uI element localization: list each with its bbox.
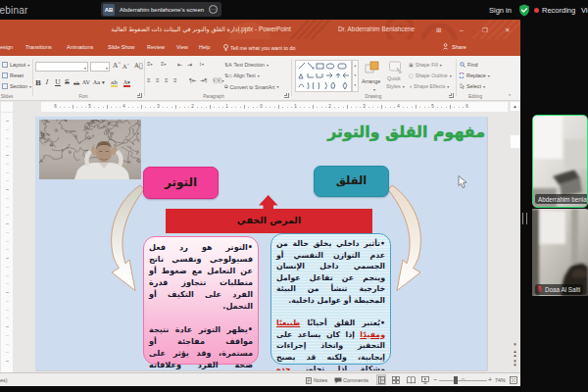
tell-me-box[interactable]: Tell me what you want to do xyxy=(223,44,296,51)
previous-slide-button[interactable]: ▲▲ xyxy=(511,350,519,357)
ruler-dot xyxy=(287,107,288,108)
slideshow-view-icon[interactable] xyxy=(421,376,429,384)
notes-button[interactable]: Notes xyxy=(314,377,327,383)
shape-fill-button[interactable]: ▣Shape Fill▾ xyxy=(409,62,442,68)
quick-styles-button2[interactable]: Styles▾ xyxy=(386,83,405,89)
text-direction-button[interactable]: ⇅AText Direction▾ xyxy=(224,62,269,68)
font-size-combo[interactable]: ▾ xyxy=(90,62,110,72)
screen-share-pill[interactable]: AB Abderrahim benlahcene's screen ⋯ xyxy=(101,2,221,17)
tab-transitions[interactable]: Transitions xyxy=(25,44,52,50)
comments-button[interactable]: Comments xyxy=(343,377,368,383)
anxiety-text-box[interactable]: •تأثير داخلي يخلق حالة من عدم التوازن ال… xyxy=(270,233,391,365)
quick-styles-button[interactable]: Quick xyxy=(387,75,401,81)
columns-icon[interactable]: ⎗⎗▾ xyxy=(213,77,224,84)
dropdown-caret-icon: ▾ xyxy=(151,62,153,67)
screen-share-label: Abderrahim benlahcene's screen xyxy=(120,7,204,13)
layout-button[interactable]: Layout▾ xyxy=(2,62,29,68)
grow-font-button[interactable]: Aˆ xyxy=(113,62,122,70)
ribbon-display-options-icon[interactable]: ⊞ xyxy=(436,26,441,34)
ppt-vertical-scrollbar[interactable]: ▲ ▼ ▲▲ ▼▼ xyxy=(510,101,520,372)
scroll-down-arrow[interactable]: ▼ xyxy=(511,342,519,347)
scroll-up-arrow-icon[interactable]: ▲ xyxy=(511,104,519,109)
strikethrough-button[interactable]: S xyxy=(65,78,70,86)
close-icon[interactable]: ✕ xyxy=(505,26,510,34)
replace-button[interactable]: Replace▾ xyxy=(459,73,490,78)
participant-video-1[interactable]: Abderrahim benlahcene xyxy=(532,115,588,208)
numbering-icon[interactable]: ≡▾ xyxy=(161,61,167,67)
align-text-button[interactable]: ⇅□Align Text▾ xyxy=(224,73,260,78)
scroll-thumb[interactable] xyxy=(511,135,519,148)
view-menu-button[interactable]: View xyxy=(581,6,588,15)
line-spacing-icon[interactable]: ↕▾ xyxy=(199,61,204,67)
character-spacing-icon[interactable]: AV xyxy=(82,79,90,85)
zoom-percent[interactable]: 74% xyxy=(495,377,506,383)
restore-icon[interactable]: ❐ xyxy=(482,26,488,34)
find-button[interactable]: Find xyxy=(460,62,478,68)
security-shield-icon[interactable] xyxy=(518,4,530,17)
zoom-out-button[interactable]: − xyxy=(433,376,437,383)
zoom-in-button[interactable]: + xyxy=(488,376,492,383)
collapse-ribbon-icon[interactable]: ⌃ xyxy=(508,93,512,99)
shape-effects-button[interactable]: ◑Shape Effects▾ xyxy=(409,83,449,89)
dropdown-caret-icon: ▾ xyxy=(276,84,278,89)
fit-to-window-icon[interactable] xyxy=(510,376,517,384)
decrease-indent-icon[interactable]: ⇤ xyxy=(177,61,182,68)
tab-review[interactable]: Review xyxy=(147,44,165,50)
sign-in-button[interactable]: Sign in xyxy=(489,6,512,15)
share-button[interactable]: Share xyxy=(443,43,466,50)
italic-button[interactable]: I xyxy=(45,78,48,86)
participant-video-2[interactable]: Doaa Al Salti xyxy=(532,209,588,296)
select-button[interactable]: Select▾ xyxy=(460,83,485,89)
tab-slide-show[interactable]: Slide Show xyxy=(108,44,135,50)
ppt-title-bar[interactable]: إدارة القلق والتوتر في البيئات ذات الضغو… xyxy=(0,20,520,39)
highlight-color-icon[interactable]: ab xyxy=(111,79,118,87)
next-slide-button[interactable]: ▼▼ xyxy=(511,360,519,367)
horizontal-ruler[interactable]: 6543210123456 xyxy=(0,101,520,113)
tab-design[interactable]: Design xyxy=(0,44,13,50)
red-up-arrow[interactable] xyxy=(259,195,278,210)
slide-canvas[interactable]: مفهوم القلق والتوتر xyxy=(35,117,487,370)
ltr-direction-icon[interactable]: ⇥¶ xyxy=(200,77,208,83)
zoom-slider-thumb[interactable] xyxy=(454,376,458,384)
stress-label-box[interactable]: التوتر xyxy=(143,167,219,199)
section-button[interactable]: Section▾ xyxy=(2,83,31,89)
shapes-scroll[interactable]: ▴▾▾ xyxy=(352,60,359,92)
align-center-icon[interactable]: ≡ xyxy=(156,77,160,83)
tab-view[interactable]: View xyxy=(176,44,188,50)
left-curved-arrow xyxy=(112,185,144,291)
minimize-icon[interactable]: – xyxy=(460,26,464,33)
paragraph-dialog-launcher-icon[interactable] xyxy=(284,93,289,98)
arrange-button[interactable]: Arrange xyxy=(362,78,380,84)
clear-formatting-button[interactable]: A⃠ xyxy=(134,62,143,70)
panel-drag-handle[interactable] xyxy=(522,213,527,224)
reset-button[interactable]: Reset xyxy=(2,73,24,78)
shapes-gallery[interactable] xyxy=(295,60,352,92)
justify-icon[interactable]: ≡ xyxy=(173,77,177,83)
underline-button[interactable]: U xyxy=(55,78,61,86)
vertical-ruler-tick xyxy=(6,207,9,208)
slide-sorter-view-icon[interactable] xyxy=(392,376,400,384)
shrink-font-button[interactable]: Aˇ xyxy=(122,63,129,70)
convert-smartart-button[interactable]: ⧉Convert to SmartArt▾ xyxy=(224,83,278,90)
account-user-name[interactable]: Dr. Abderrahim Benlahcene xyxy=(338,25,415,32)
tab-animations[interactable]: Animations xyxy=(67,44,93,50)
anxiety-label-box[interactable]: القلق xyxy=(314,166,389,197)
font-color-icon[interactable]: A▾ xyxy=(123,79,130,87)
increase-indent-icon[interactable]: ⇥ xyxy=(187,61,192,68)
align-right-icon[interactable]: ≡ xyxy=(165,77,169,83)
more-options-icon[interactable]: ⋯ xyxy=(209,5,218,14)
font-name-combo[interactable]: ▾ xyxy=(35,62,88,72)
hidden-disease-banner[interactable]: المرض الخفي xyxy=(166,209,372,233)
font-dialog-launcher-icon[interactable] xyxy=(137,93,142,98)
shape-outline-button[interactable]: ▢Shape Outline▾ xyxy=(409,73,452,78)
tab-help[interactable]: Help xyxy=(199,44,210,50)
bullets-icon[interactable]: ≡▾ xyxy=(147,61,153,67)
reading-view-icon[interactable] xyxy=(407,376,416,384)
change-case-icon[interactable]: Aa ▾ xyxy=(93,79,105,85)
vertical-ruler[interactable] xyxy=(1,113,13,372)
bold-button[interactable]: B xyxy=(35,78,41,87)
rtl-direction-icon[interactable]: ¶⇤ xyxy=(189,77,197,83)
subscript-icon[interactable]: ab xyxy=(74,80,79,86)
align-left-icon[interactable]: ≡ xyxy=(147,77,151,83)
stress-text-box[interactable]: •التوتر هو رد فعل فسيولوجي ونفسي ناتج عن… xyxy=(143,236,259,365)
